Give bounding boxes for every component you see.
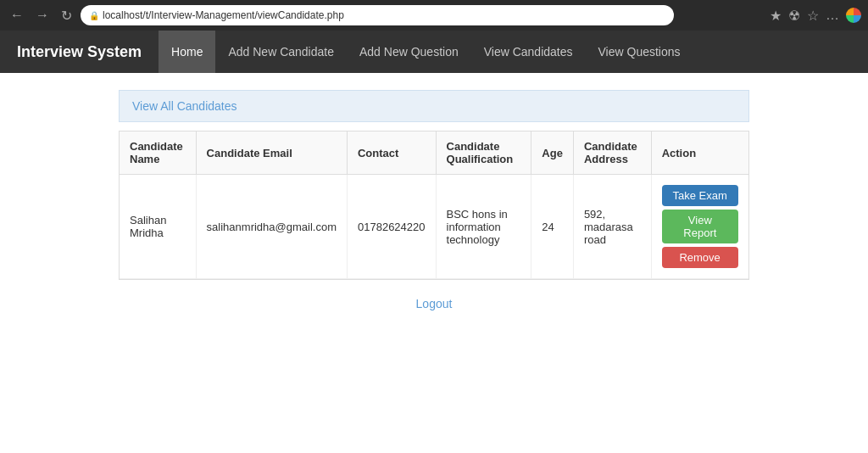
col-header-contact: Contact (347, 131, 436, 175)
table-header-row: Candidate Name Candidate Email Contact C… (120, 131, 748, 175)
col-header-age: Age (531, 131, 574, 175)
forward-button[interactable]: → (32, 6, 53, 25)
address-bar[interactable]: 🔒 localhost/t/Interview-Management/viewC… (81, 5, 674, 25)
cell-qualification: BSC hons in information technology (436, 175, 531, 279)
browser-icons: ★ ☢ ☆ … (770, 8, 861, 24)
candidates-table-container: Candidate Name Candidate Email Contact C… (119, 131, 749, 280)
back-button[interactable]: ← (7, 6, 27, 25)
nav-link-home[interactable]: Home (159, 31, 215, 73)
bookmark-icon[interactable]: ☆ (807, 8, 819, 24)
page-content: View All Candidates Candidate Name Candi… (0, 73, 868, 327)
col-header-name: Candidate Name (120, 131, 196, 175)
logout-section: Logout (119, 297, 749, 310)
browser-toolbar: ← → ↻ 🔒 localhost/t/Interview-Management… (0, 0, 868, 31)
section-title: View All Candidates (119, 90, 749, 122)
browser-body: Interview System Home Add New Candidate … (0, 31, 868, 453)
nav-links: Home Add New Candidate Add New Question … (159, 31, 693, 73)
reload-button[interactable]: ↻ (58, 6, 75, 25)
table-row: Salihan Mridhasalihanmridha@gmail.com017… (120, 175, 748, 279)
col-header-email: Candidate Email (196, 131, 347, 175)
browser-logo (846, 8, 861, 23)
cell-name: Salihan Mridha (120, 175, 196, 279)
lock-icon: 🔒 (89, 11, 99, 20)
star-icon[interactable]: ★ (770, 8, 782, 24)
remove-button[interactable]: Remove (662, 247, 738, 268)
nav-link-add-question[interactable]: Add New Question (347, 31, 471, 73)
cell-action: Take ExamView ReportRemove (651, 175, 748, 279)
logout-link[interactable]: Logout (416, 297, 453, 310)
nav-link-view-candidates[interactable]: View Candidates (471, 31, 586, 73)
action-buttons: Take ExamView ReportRemove (662, 185, 738, 268)
view-report-button[interactable]: View Report (662, 210, 738, 243)
candidates-table: Candidate Name Candidate Email Contact C… (120, 131, 748, 279)
cell-address: 592, madarasa road (573, 175, 651, 279)
col-header-action: Action (651, 131, 748, 175)
cell-email: salihanmridha@gmail.com (196, 175, 347, 279)
col-header-address: Candidate Address (573, 131, 651, 175)
col-header-qualification: Candidate Qualification (436, 131, 531, 175)
cell-age: 24 (531, 175, 574, 279)
take-exam-button[interactable]: Take Exam (662, 185, 738, 206)
cell-contact: 01782624220 (347, 175, 436, 279)
refresh-icon[interactable]: ☢ (788, 8, 800, 24)
navbar: Interview System Home Add New Candidate … (0, 31, 868, 73)
nav-link-view-questions[interactable]: View Questions (586, 31, 693, 73)
url-text: localhost/t/Interview-Management/viewCan… (103, 9, 344, 21)
nav-link-add-candidate[interactable]: Add New Candidate (215, 31, 347, 73)
navbar-brand: Interview System (0, 43, 159, 61)
menu-icon[interactable]: … (826, 8, 839, 24)
